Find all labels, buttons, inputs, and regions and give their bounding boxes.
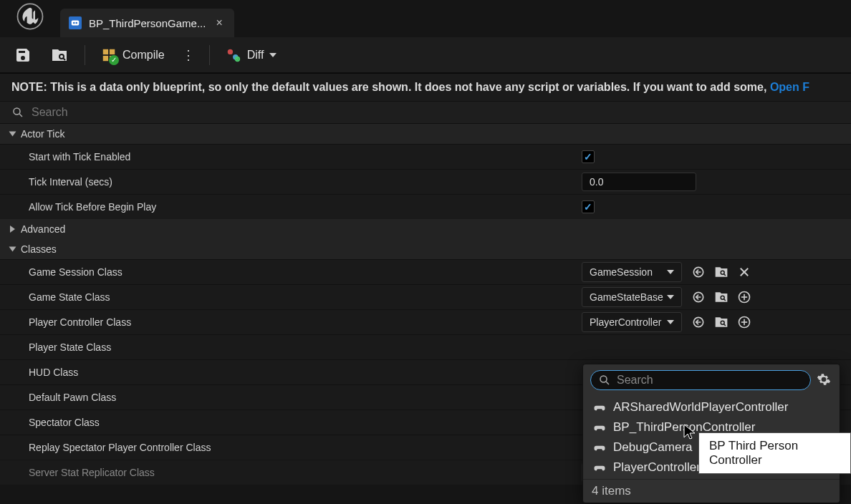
chevron-down-icon: [269, 53, 277, 57]
expand-icon: [9, 132, 16, 137]
class-picker-count: 4 items: [583, 479, 840, 503]
checkbox-start-tick[interactable]: ✓: [582, 150, 595, 163]
search-icon: [598, 374, 611, 387]
search-icon: [11, 106, 24, 119]
row-label: Allow Tick Before Begin Play: [0, 195, 576, 218]
note-text: NOTE: This is a data only blueprint, so …: [11, 81, 770, 93]
section-actor-tick[interactable]: Actor Tick: [0, 124, 851, 144]
open-full-editor-link[interactable]: Open F: [770, 81, 809, 93]
tab-blueprint[interactable]: BP_ThirdPersonGame... ×: [60, 9, 234, 37]
row-start-tick: Start with Tick Enabled ✓: [0, 144, 851, 169]
row-label: Spectator Class: [0, 411, 576, 434]
class-option[interactable]: ARSharedWorldPlayerController: [583, 397, 840, 417]
compile-label: Compile: [122, 49, 165, 62]
search-input[interactable]: [32, 106, 840, 119]
browse-button[interactable]: [44, 42, 74, 68]
game-session-dropdown[interactable]: GameSession: [582, 262, 682, 282]
svg-rect-7: [110, 49, 115, 54]
player-controller-dropdown[interactable]: PlayerController: [582, 312, 682, 332]
chevron-down-icon: [667, 295, 674, 299]
svg-point-3: [75, 22, 77, 24]
close-icon[interactable]: ×: [213, 16, 225, 29]
svg-rect-8: [103, 55, 108, 60]
tooltip: BP Third Person Controller: [698, 432, 851, 474]
section-title: Actor Tick: [21, 128, 64, 140]
svg-line-34: [606, 382, 609, 384]
details-search[interactable]: [0, 101, 851, 124]
clear-icon[interactable]: [736, 264, 752, 280]
save-button[interactable]: [9, 42, 37, 68]
browse-to-icon[interactable]: [713, 314, 729, 330]
row-label: Game Session Class: [0, 261, 576, 284]
chevron-down-icon: [667, 320, 674, 324]
blueprint-icon: [69, 16, 82, 29]
add-new-icon[interactable]: [736, 314, 752, 330]
svg-point-33: [600, 376, 607, 382]
svg-point-10: [227, 49, 232, 54]
controller-icon: [593, 441, 606, 454]
row-label: Start with Tick Enabled: [0, 145, 576, 168]
row-player-state: Player State Class: [0, 334, 851, 359]
section-advanced[interactable]: Advanced: [0, 219, 851, 239]
add-new-icon[interactable]: [736, 289, 752, 305]
checkbox-allow-before[interactable]: ✓: [582, 200, 595, 213]
row-label: Server Stat Replicator Class: [0, 461, 576, 484]
expand-icon: [10, 226, 15, 233]
svg-rect-6: [103, 49, 108, 54]
chevron-down-icon: [667, 270, 674, 274]
svg-rect-1: [72, 21, 80, 26]
game-state-dropdown[interactable]: GameStateBase: [582, 287, 682, 307]
use-selected-icon[interactable]: [691, 264, 706, 280]
row-allow-tick-before: Allow Tick Before Begin Play ✓: [0, 194, 851, 219]
row-tick-interval: Tick Interval (secs): [0, 169, 851, 194]
note-bar: NOTE: This is a data only blueprint, so …: [0, 73, 851, 101]
row-label: Player Controller Class: [0, 311, 576, 334]
browse-to-icon[interactable]: [713, 264, 729, 280]
compile-status-icon: ✓: [101, 47, 117, 63]
class-picker-search[interactable]: [590, 370, 811, 390]
svg-point-13: [14, 108, 20, 115]
use-selected-icon[interactable]: [691, 289, 706, 305]
compile-button[interactable]: ✓ Compile: [95, 43, 170, 67]
row-label: Tick Interval (secs): [0, 170, 576, 193]
controller-icon: [593, 401, 606, 414]
unreal-logo[interactable]: [0, 0, 60, 37]
row-label: Player State Class: [0, 336, 576, 359]
section-title: Classes: [21, 243, 57, 255]
svg-point-2: [73, 22, 75, 24]
more-icon[interactable]: ⋮: [178, 47, 199, 63]
check-icon: ✓: [109, 55, 119, 65]
row-label: HUD Class: [0, 361, 576, 384]
section-title: Advanced: [21, 223, 65, 235]
controller-icon: [593, 461, 606, 474]
tab-title: BP_ThirdPersonGame...: [89, 17, 206, 29]
row-label: Replay Spectator Player Controller Class: [0, 436, 576, 459]
use-selected-icon[interactable]: [691, 314, 706, 330]
row-player-controller: Player Controller Class PlayerController: [0, 309, 851, 334]
expand-icon: [9, 247, 16, 252]
row-label: Game State Class: [0, 286, 576, 309]
row-label: Default Pawn Class: [0, 386, 576, 409]
class-picker-input[interactable]: [617, 374, 803, 387]
toolbar: ✓ Compile ⋮ Diff: [0, 37, 851, 73]
gear-icon[interactable]: [817, 372, 832, 388]
section-classes[interactable]: Classes: [0, 239, 851, 259]
tick-interval-input[interactable]: [582, 173, 696, 191]
diff-button[interactable]: Diff: [220, 43, 283, 67]
row-game-state: Game State Class GameStateBase: [0, 284, 851, 309]
diff-label: Diff: [247, 49, 264, 62]
svg-line-14: [19, 114, 22, 117]
controller-icon: [593, 421, 606, 434]
browse-to-icon[interactable]: [713, 289, 729, 305]
row-game-session: Game Session Class GameSession: [0, 259, 851, 284]
